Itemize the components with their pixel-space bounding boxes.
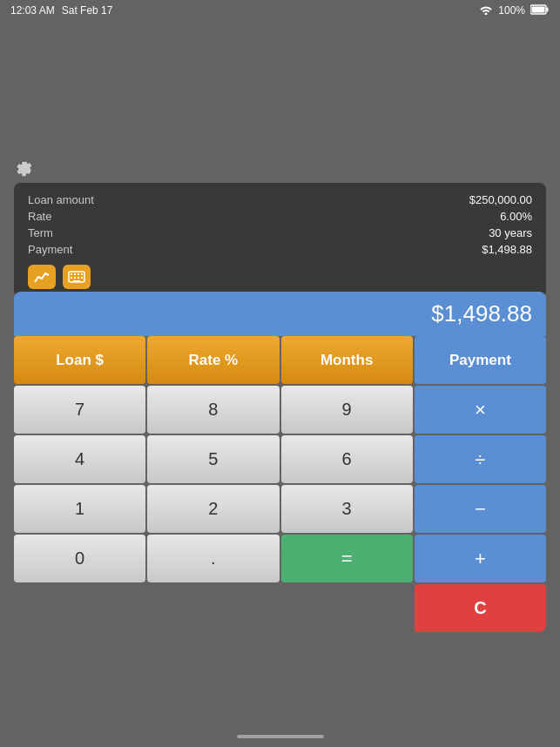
loan-header-button[interactable]: Loan $ <box>14 336 145 384</box>
battery-icon <box>530 4 550 17</box>
info-row-term: Term 30 years <box>28 225 532 241</box>
chart-icon-button[interactable] <box>28 265 56 289</box>
status-date: Sat Feb 17 <box>62 4 113 17</box>
payment-header-button[interactable]: Payment <box>415 336 546 384</box>
status-right: 100% <box>479 4 550 17</box>
chart-icon <box>34 270 50 284</box>
svg-rect-5 <box>74 273 76 275</box>
btn-decimal[interactable]: . <box>147 535 279 582</box>
icon-row <box>28 265 532 289</box>
btn-8[interactable]: 8 <box>147 386 279 434</box>
svg-rect-6 <box>78 273 79 275</box>
wifi-icon <box>479 4 493 17</box>
btn-1[interactable]: 1 <box>14 485 145 533</box>
btn-7[interactable]: 7 <box>14 386 145 434</box>
svg-rect-1 <box>547 7 549 11</box>
status-time: 12:03 AM <box>10 4 55 17</box>
term-value: 30 years <box>489 226 532 239</box>
term-label: Term <box>28 226 53 239</box>
keyboard-icon <box>68 271 85 283</box>
btn-9[interactable]: 9 <box>281 386 413 434</box>
svg-rect-7 <box>81 273 83 275</box>
btn-6[interactable]: 6 <box>281 435 413 483</box>
svg-rect-10 <box>78 277 79 279</box>
btn-4[interactable]: 4 <box>14 435 145 483</box>
btn-multiply[interactable]: × <box>415 386 546 434</box>
btn-divide[interactable]: ÷ <box>415 435 546 483</box>
settings-icon-container[interactable] <box>14 161 33 184</box>
keyboard-icon-button[interactable] <box>63 265 91 289</box>
btn-equals[interactable]: = <box>281 535 413 582</box>
btn-5[interactable]: 5 <box>147 435 279 483</box>
battery-percentage: 100% <box>498 4 525 17</box>
info-row-rate: Rate 6.00% <box>28 208 532 225</box>
svg-rect-9 <box>74 277 76 279</box>
payment-label: Payment <box>28 243 72 256</box>
settings-icon <box>14 161 33 180</box>
loan-value: $250,000.00 <box>469 193 532 206</box>
svg-rect-4 <box>71 273 72 275</box>
payment-value: $1,498.88 <box>482 243 532 256</box>
home-bar <box>237 735 324 738</box>
btn-subtract[interactable]: − <box>415 485 546 533</box>
btn-2[interactable]: 2 <box>147 485 279 533</box>
calculator: $1,498.88 Loan $ Rate % Months Payment 7… <box>14 292 546 632</box>
svg-rect-2 <box>532 6 545 12</box>
btn-clear[interactable]: C <box>415 584 546 632</box>
btn-add[interactable]: + <box>415 535 546 582</box>
display-bar: $1,498.88 <box>14 292 546 336</box>
svg-rect-12 <box>73 280 80 282</box>
svg-rect-11 <box>81 277 83 279</box>
months-header-button[interactable]: Months <box>281 336 413 384</box>
info-row-loan: Loan amount $250,000.00 <box>28 192 532 208</box>
status-bar: 12:03 AM Sat Feb 17 100% <box>0 0 560 21</box>
info-panel: Loan amount $250,000.00 Rate 6.00% Term … <box>14 183 546 298</box>
info-row-payment: Payment $1,498.88 <box>28 241 532 258</box>
svg-rect-8 <box>71 277 72 279</box>
loan-label: Loan amount <box>28 193 94 206</box>
button-grid: Loan $ Rate % Months Payment 7 8 9 × 4 5… <box>14 336 546 632</box>
rate-label: Rate <box>28 210 51 223</box>
rate-value: 6.00% <box>500 210 532 223</box>
btn-3[interactable]: 3 <box>281 485 413 533</box>
btn-0[interactable]: 0 <box>14 535 145 582</box>
rate-header-button[interactable]: Rate % <box>147 336 279 384</box>
